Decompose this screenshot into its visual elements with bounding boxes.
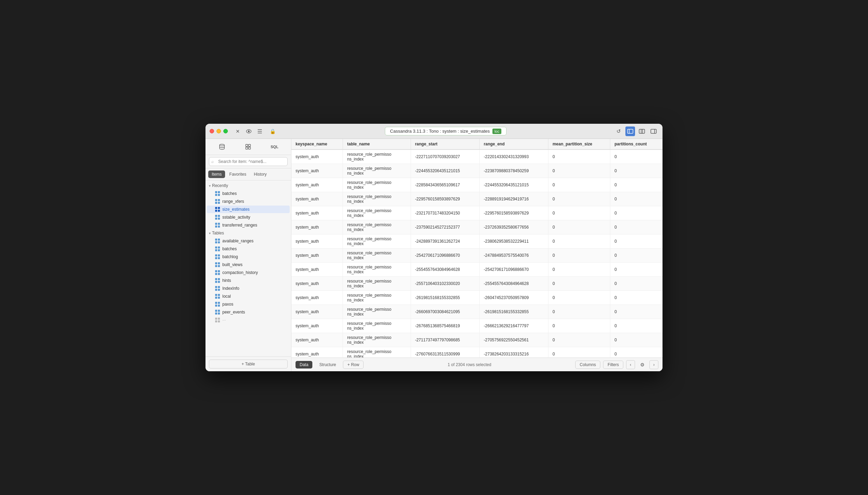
recently-chevron: ▾ xyxy=(209,184,211,188)
sidebar-item-sstable-activity[interactable]: sstable_activity xyxy=(207,213,290,221)
sidebar-item-label: local xyxy=(222,294,231,299)
maximize-button[interactable] xyxy=(223,129,228,133)
sidebar-item-built-views[interactable]: built_views xyxy=(207,261,290,268)
columns-button[interactable]: Columns xyxy=(575,361,600,369)
sidebar-item-local[interactable]: local xyxy=(207,293,290,300)
sql-icon[interactable]: SQL xyxy=(269,142,280,152)
tab-favorites[interactable]: Favorites xyxy=(226,170,249,178)
table-row[interactable]: system_authresource_role_permissons_inde… xyxy=(291,164,663,178)
sidebar-item-indexinfo[interactable]: IndexInfo xyxy=(207,285,290,292)
cell-range_end: -2604745237050957809 xyxy=(479,291,548,305)
table-icon xyxy=(215,199,220,204)
cell-range_start: -2244553206435121015 xyxy=(411,164,479,178)
sidebar-item-size-estimates[interactable]: size_estimates xyxy=(207,206,290,213)
recently-section-header[interactable]: ▾ Recently xyxy=(205,182,291,189)
table-row[interactable]: system_authresource_role_permissons_inde… xyxy=(291,220,663,234)
app-window: ✕ 🔒 Cassandra 3.11.3 : Tono : system : s… xyxy=(205,124,663,371)
sidebar-item-batches[interactable]: batches xyxy=(207,245,290,253)
cell-table_name: resource_role_permissons_index xyxy=(343,234,411,249)
tables-section-header[interactable]: ▾ Tables xyxy=(205,229,291,237)
close-icon[interactable]: ✕ xyxy=(233,127,242,136)
sidebar-search-container: ⌕ xyxy=(205,155,291,168)
main-content: SQL ⌕ Items Favorites History ▾ Recently xyxy=(205,139,663,371)
panel-right-icon[interactable] xyxy=(649,126,658,136)
table-row[interactable]: system_authresource_role_permissons_inde… xyxy=(291,234,663,249)
cell-keyspace_name: system_auth xyxy=(291,220,343,234)
sidebar-item-peer-events[interactable]: peer_events xyxy=(207,308,290,316)
table-row[interactable]: system_authresource_role_permissons_inde… xyxy=(291,333,663,347)
svg-rect-15 xyxy=(246,147,248,149)
refresh-icon[interactable]: ↺ xyxy=(614,126,623,136)
table-row[interactable]: system_authresource_role_permissons_inde… xyxy=(291,178,663,192)
table-row[interactable]: system_authresource_role_permissons_inde… xyxy=(291,347,663,358)
col-header-keyspace-name[interactable]: keyspace_name xyxy=(291,139,343,150)
table-row[interactable]: system_authresource_role_permissons_inde… xyxy=(291,263,663,277)
table-row[interactable]: system_authresource_role_permissons_inde… xyxy=(291,305,663,319)
sidebar-item-compaction-history[interactable]: compaction_history xyxy=(207,269,290,276)
sidebar-item-batchlog[interactable]: batchlog xyxy=(207,253,290,261)
col-header-range-end[interactable]: range_end xyxy=(479,139,548,150)
table-icon xyxy=(215,191,220,196)
minimize-button[interactable] xyxy=(216,129,221,133)
col-header-mean-partition-size[interactable]: mean_partition_size xyxy=(548,139,610,150)
cell-range_end: -2478849537575540076 xyxy=(479,249,548,263)
titlebar-right-icons: ↺ xyxy=(614,126,658,136)
cell-table_name: resource_role_permissons_index xyxy=(343,206,411,220)
sidebar-item-more[interactable]: ··· xyxy=(207,316,290,324)
sidebar-item-range-xfers[interactable]: range_xfers xyxy=(207,198,290,205)
sidebar-item-hints[interactable]: hints xyxy=(207,277,290,284)
tab-history[interactable]: History xyxy=(251,170,270,178)
table-row[interactable]: system_authresource_role_permissons_inde… xyxy=(291,291,663,305)
row-info: 1 of 2304 rows selected xyxy=(366,362,572,367)
cell-range_end: -2244553206435121015 xyxy=(479,178,548,192)
panel-left-icon[interactable] xyxy=(625,126,635,136)
titlebar-title: Cassandra 3.11.3 : Tono : system : size_… xyxy=(385,127,507,135)
sidebar-item-label: IndexInfo xyxy=(222,286,239,291)
table-row[interactable]: system_authresource_role_permissons_inde… xyxy=(291,277,663,291)
close-button[interactable] xyxy=(210,129,214,133)
cell-range_end: -2554557643084964628 xyxy=(479,277,548,291)
col-header-range-start[interactable]: range_start xyxy=(411,139,479,150)
cell-keyspace_name: system_auth xyxy=(291,192,343,206)
list-icon[interactable] xyxy=(255,127,264,136)
add-row-button[interactable]: + Row xyxy=(343,361,364,369)
next-page-button[interactable]: › xyxy=(649,360,658,369)
cell-table_name: resource_role_permissons_index xyxy=(343,333,411,347)
sidebar-item-available-ranges[interactable]: available_ranges xyxy=(207,237,290,245)
titlebar-tools: ✕ xyxy=(233,127,264,136)
table-row[interactable]: system_authresource_role_permissons_inde… xyxy=(291,206,663,220)
col-header-partitions-count[interactable]: partitions_count xyxy=(610,139,663,150)
tab-data[interactable]: Data xyxy=(296,361,312,368)
sidebar-list: ▾ Recently batches range_xfers xyxy=(205,180,291,356)
panel-center-icon[interactable] xyxy=(637,126,647,136)
table-container[interactable]: keyspace_name table_name range_start ran… xyxy=(291,139,663,358)
search-input[interactable] xyxy=(209,157,288,166)
cell-partitions_count: 0 xyxy=(610,277,663,291)
sidebar-item-label: ··· xyxy=(222,318,226,322)
cell-keyspace_name: system_auth xyxy=(291,249,343,263)
sidebar-item-label: transferred_ranges xyxy=(222,223,257,228)
col-header-table-name[interactable]: table_name xyxy=(343,139,411,150)
sidebar-item-transferred-ranges[interactable]: transferred_ranges xyxy=(207,221,290,229)
filters-button[interactable]: Filters xyxy=(603,361,623,369)
cell-mean_partition_size: 0 xyxy=(548,319,610,333)
table-row[interactable]: system_authresource_role_permissons_inde… xyxy=(291,249,663,263)
tab-structure[interactable]: Structure xyxy=(315,361,340,368)
cell-range_start: -2375902145272152377 xyxy=(411,220,479,234)
grid-icon[interactable] xyxy=(243,142,253,152)
cell-mean_partition_size: 0 xyxy=(548,164,610,178)
table-row[interactable]: system_authresource_role_permissons_inde… xyxy=(291,150,663,164)
prev-page-button[interactable]: ‹ xyxy=(626,360,635,369)
tables-chevron: ▾ xyxy=(209,231,211,235)
gear-icon[interactable]: ⚙ xyxy=(638,360,647,369)
sidebar-item-batches-recent[interactable]: batches xyxy=(207,190,290,197)
database-icon[interactable] xyxy=(217,142,227,152)
add-table-button[interactable]: + Table xyxy=(209,360,288,368)
sidebar-item-paxos[interactable]: paxos xyxy=(207,300,290,308)
cell-range_start: -2660697003084621095 xyxy=(411,305,479,319)
eye-icon[interactable] xyxy=(244,127,253,136)
table-row[interactable]: system_authresource_role_permissons_inde… xyxy=(291,319,663,333)
cell-table_name: resource_role_permissons_index xyxy=(343,347,411,358)
table-row[interactable]: system_authresource_role_permissons_inde… xyxy=(291,192,663,206)
tab-items[interactable]: Items xyxy=(208,170,225,178)
